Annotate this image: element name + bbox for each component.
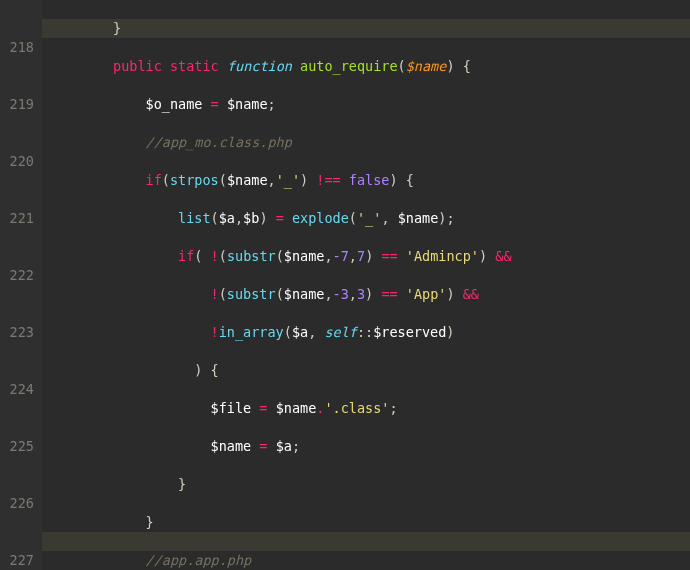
code-line[interactable]: public static function auto_require($nam… <box>48 57 690 76</box>
code-line[interactable]: if(strpos($name,'_') !== false) { <box>48 171 690 190</box>
code-line[interactable]: //app_mo.class.php <box>48 133 690 152</box>
code-line[interactable]: //app.app.php <box>48 551 690 570</box>
code-line[interactable]: list($a,$b) = explode('_', $name); <box>48 209 690 228</box>
code-line[interactable]: ) { <box>48 361 690 380</box>
line-number: 222 <box>0 266 34 285</box>
line-number: 224 <box>0 380 34 399</box>
line-number: 220 <box>0 152 34 171</box>
line-number: 219 <box>0 95 34 114</box>
line-number-gutter: 218 219 220 221 222 223 224 225 226 227 … <box>0 0 42 570</box>
code-line[interactable]: $o_name = $name; <box>48 95 690 114</box>
code-area[interactable]: } public static function auto_require($n… <box>42 0 690 570</box>
code-line[interactable]: } <box>48 19 690 38</box>
line-number: 227 <box>0 551 34 570</box>
code-line[interactable]: !(substr($name,-3,3) == 'App') && <box>48 285 690 304</box>
code-line[interactable]: $file = $name.'.class'; <box>48 399 690 418</box>
code-line[interactable]: !in_array($a, self::$reserved) <box>48 323 690 342</box>
code-line[interactable]: if( !(substr($name,-7,7) == 'Admincp') &… <box>48 247 690 266</box>
line-number: 223 <box>0 323 34 342</box>
code-line[interactable]: } <box>48 513 690 532</box>
code-line[interactable]: $name = $a; <box>48 437 690 456</box>
code-editor[interactable]: 218 219 220 221 222 223 224 225 226 227 … <box>0 0 690 570</box>
line-number: 221 <box>0 209 34 228</box>
line-number: 226 <box>0 494 34 513</box>
line-number: 225 <box>0 437 34 456</box>
code-line[interactable]: } <box>48 475 690 494</box>
line-number: 218 <box>0 38 34 57</box>
